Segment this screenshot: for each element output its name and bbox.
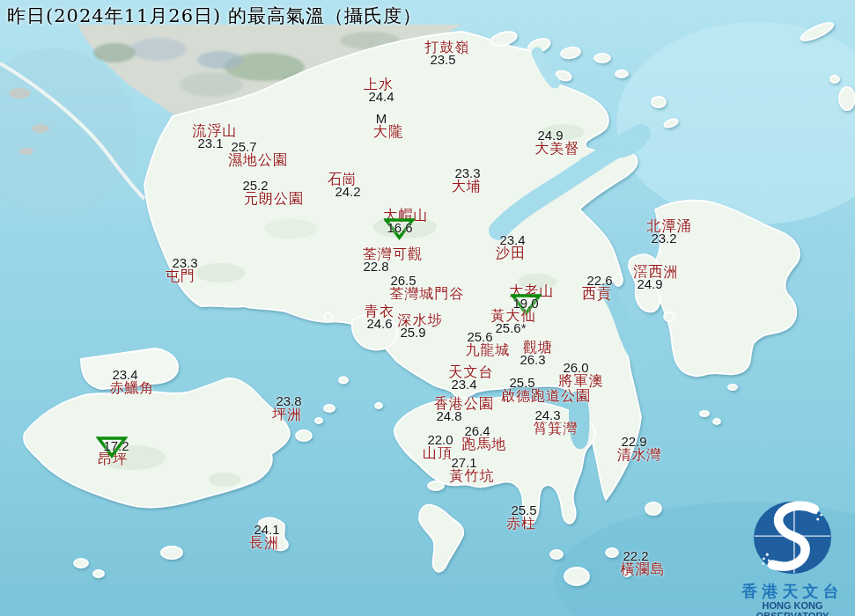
weather-station: 22.6西貢 [582,275,612,300]
station-name: 赤柱 [506,517,536,530]
station-name: 屯門 [166,269,195,282]
stations-layer: 打鼓嶺23.5上水24.4M大隴流浮山23.125.7濕地公園25.2元朗公園石… [0,0,855,616]
station-name: 沙田 [496,246,526,260]
station-value: 26.3 [518,354,548,366]
station-value: 25.9 [391,326,436,339]
station-name: 九龍城 [466,343,511,356]
station-value: 22.9 [612,436,657,448]
weather-station: 22.2橫瀾島 [621,550,666,576]
station-value: 25.2 [225,180,285,192]
station-value: 25.7 [214,141,274,153]
hko-logo-icon [750,498,835,577]
station-value: 24.4 [366,91,396,103]
station-name: 荃灣城門谷 [390,287,465,300]
weather-station: 荃灣可觀22.8 [363,247,423,273]
station-name: 啟德跑道公園 [501,389,591,402]
weather-station: 香港公園24.8 [434,397,494,422]
weather-station: 23.3大埔 [452,167,482,193]
station-value: 23.4 [103,369,148,381]
station-name: 大美督 [535,142,580,155]
temperature-map-root: 昨日(2024年11月26日) 的最高氣溫（攝氏度） 打鼓嶺23.5上水24.4… [0,0,855,616]
station-value: 24.1 [252,524,282,536]
station-name: 赤鱲角 [110,381,155,394]
weather-station: 24.3筲箕灣 [534,409,579,435]
station-value: 26.4 [455,425,500,437]
station-value: 22.2 [614,550,659,562]
weather-station: 26.4跑馬地 [462,425,507,451]
weather-station: M大隴 [373,113,403,138]
weather-station: 24.9大美督 [535,129,580,155]
hko-logo-name-zh: 香港天文台 [733,583,851,600]
weather-station: 23.4沙田 [496,234,526,260]
station-name: 跑馬地 [462,437,507,451]
station-name: 黃竹坑 [450,469,495,482]
station-value: 24.8 [419,410,479,422]
station-value: 27.1 [442,457,487,469]
station-value: 24.9 [528,129,573,142]
weather-station: 25.6九龍城 [466,331,511,356]
weather-station: 24.1長洲 [249,524,279,549]
station-value: 24.3 [526,409,571,422]
weather-station: 23.4赤鱲角 [110,369,155,394]
station-value: 25.6 [458,331,503,343]
station-name: 大隴 [373,125,403,138]
weather-station: 23.3屯門 [166,257,195,282]
hko-logo-name-en: HONG KONG OBSERVATORY [733,600,851,616]
weather-station: 25.2元朗公園 [244,180,304,205]
station-name: 濕地公園 [228,153,288,166]
weather-station: 22.9清水灣 [617,436,662,461]
page-title: 昨日(2024年11月26日) 的最高氣溫（攝氏度） [7,4,422,28]
station-value: 23.8 [274,395,304,407]
station-value: 22.8 [346,260,406,273]
station-value: 16.6 [378,222,423,234]
weather-station: 上水24.4 [364,77,394,103]
weather-station: 27.1黃竹坑 [450,457,495,482]
weather-station: 石崗24.2 [328,172,357,198]
station-value: 23.3 [453,167,483,180]
station-value: 22.0 [425,434,455,446]
station-value: 24.9 [628,278,673,290]
weather-station: 大帽山16.6 [384,209,429,234]
station-value: 24.2 [333,186,363,198]
station-value: 26.0 [554,362,599,374]
station-name: 大埔 [452,180,482,193]
station-value: 26.5 [366,275,441,287]
weather-station: 26.5荃灣城門谷 [390,275,465,300]
station-name: 元朗公園 [244,192,304,205]
weather-station: 25.5啟德跑道公園 [501,377,591,402]
station-name: 西貢 [582,287,612,300]
station-name: 清水灣 [617,448,662,461]
weather-station: 23.8坪洲 [272,395,302,421]
station-name: 橫瀾島 [621,562,666,576]
hko-logo: 香港天文台 HONG KONG OBSERVATORY [733,498,851,616]
weather-station: 大老山19.0 [510,284,555,310]
weather-station: 北潭涌23.2 [647,219,692,245]
weather-station: 滘西洲24.9 [634,265,679,290]
station-value: 23.2 [642,232,687,245]
weather-station: 觀塘26.3 [523,341,553,366]
weather-station: 深水埗25.9 [398,313,443,339]
station-value: 23.5 [421,54,466,66]
station-name: 筲箕灣 [534,422,579,435]
weather-station: 17.2昂坪 [98,440,128,466]
station-name: 長洲 [249,536,279,549]
weather-station: 25.7濕地公園 [228,141,288,166]
weather-station: 22.0山頂 [423,434,453,459]
station-value: 25.5 [477,377,567,389]
station-value: 17.2 [101,440,131,452]
station-value: 25.5 [509,504,539,517]
station-missing-flag: M [366,113,396,125]
station-value: 23.4 [498,234,527,246]
station-value: 22.6 [585,275,615,287]
weather-station: 打鼓嶺23.5 [425,40,470,66]
station-value: 23.3 [170,257,200,269]
weather-station: 25.5赤柱 [506,504,536,530]
station-name: 坪洲 [272,407,302,421]
